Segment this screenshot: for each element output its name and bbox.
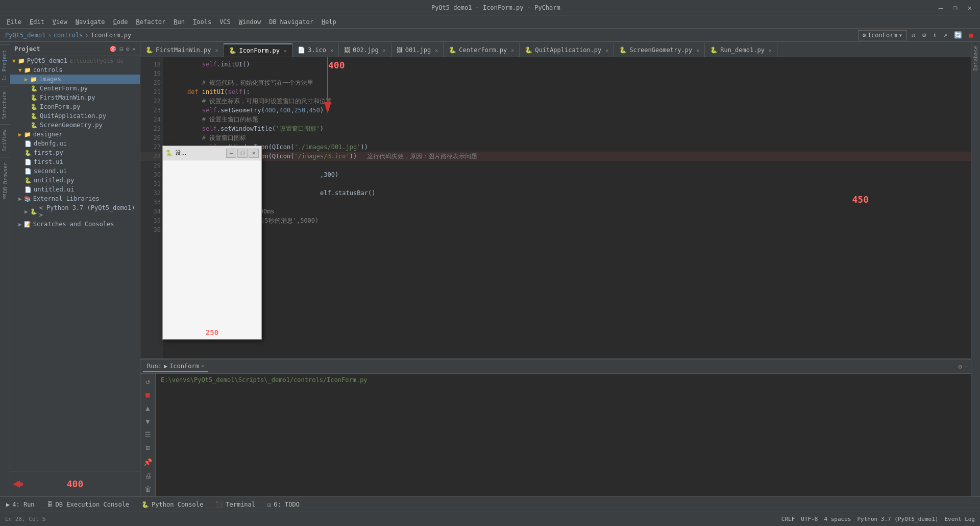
tab-3ico-close[interactable]: ✕ xyxy=(330,47,333,53)
menu-view[interactable]: View xyxy=(48,17,71,27)
sidebar-item-sciview[interactable]: SciView xyxy=(0,124,10,156)
tab-centerform[interactable]: 🐍 CenterForm.py ✕ xyxy=(444,43,520,57)
run-down-btn[interactable]: ▼ xyxy=(142,416,154,427)
menu-run[interactable]: Run xyxy=(169,17,189,27)
tree-secondui[interactable]: 📄 second.ui xyxy=(10,166,140,176)
tab-002jpg-close[interactable]: ✕ xyxy=(383,47,386,53)
right-tab-database[interactable]: Database xyxy=(972,42,979,75)
code-content[interactable]: self.initUI() # 规范代码，初始化直接写在一个方法里 def in… xyxy=(163,57,971,358)
tab-rundemo1[interactable]: 🐍 Run_demo1.py ✕ xyxy=(705,43,777,57)
toolbar-reload[interactable]: ↺ xyxy=(910,30,918,40)
tree-untitledui[interactable]: 📄 untitled.ui xyxy=(10,185,140,194)
toolbar-nav-back[interactable]: ⬆ xyxy=(931,30,939,40)
status-python[interactable]: Python 3.7 (PyQt5_demo1) xyxy=(857,516,938,522)
menu-file[interactable]: File xyxy=(3,17,26,27)
tree-firstui[interactable]: 📄 first.ui xyxy=(10,157,140,166)
run-list2-btn[interactable]: ⊞ xyxy=(142,442,154,453)
popup-maximize-btn[interactable]: □ xyxy=(237,149,248,158)
menu-navigate[interactable]: Navigate xyxy=(71,17,109,27)
tree-centerform[interactable]: 🐍 CenterForm.py xyxy=(10,84,140,93)
tree-controls[interactable]: ▼ 📁 controls xyxy=(10,65,140,75)
run-stop-btn[interactable]: ■ xyxy=(142,389,154,400)
project-collapse-icon[interactable]: ⊟ xyxy=(119,45,123,53)
project-localize-icon[interactable]: 🎯 xyxy=(109,45,117,53)
tab-002jpg[interactable]: 🖼 002.jpg ✕ xyxy=(339,43,391,57)
tab-firstmainwin[interactable]: 🐍 FirstMainWin.py ✕ xyxy=(140,43,224,57)
tree-firstpy[interactable]: 🐍 first.py xyxy=(10,148,140,157)
status-indent[interactable]: 4 spaces xyxy=(824,516,851,522)
status-crlf[interactable]: CRLF xyxy=(781,516,795,522)
tab-firstmainwin-close[interactable]: ✕ xyxy=(215,47,218,53)
bottom-tab-run[interactable]: ▶ 4: Run xyxy=(0,499,41,510)
menu-code[interactable]: Code xyxy=(109,17,132,27)
tab-001jpg[interactable]: 🖼 001.jpg ✕ xyxy=(391,43,444,57)
status-encoding[interactable]: UTF-8 xyxy=(801,516,818,522)
popup-close-btn[interactable]: ✕ xyxy=(249,149,259,158)
breadcrumb-controls[interactable]: controls xyxy=(54,32,83,39)
minimize-button[interactable]: — xyxy=(936,3,946,13)
maximize-button[interactable]: ❐ xyxy=(950,3,960,13)
popup-minimize-btn[interactable]: — xyxy=(226,149,236,158)
tree-debnfg[interactable]: 📄 debnfg.ui xyxy=(10,139,140,148)
tab-centerform-close[interactable]: ✕ xyxy=(511,47,514,53)
toolbar-stop[interactable]: ■ xyxy=(967,30,975,40)
tab-quitapp[interactable]: 🐍 QuitApplication.py ✕ xyxy=(520,43,614,57)
tab-quitapp-close[interactable]: ✕ xyxy=(605,47,608,53)
run-panel-close-icon[interactable]: — xyxy=(965,363,968,370)
tree-python37[interactable]: ▶ 🐍 < Python 3.7 (PyQt5_demo1) > xyxy=(10,203,140,220)
run-up-btn[interactable]: ▲ xyxy=(142,402,154,414)
menu-window[interactable]: Window xyxy=(235,17,265,27)
sidebar-item-structure[interactable]: Structure xyxy=(0,86,10,124)
bottom-tab-pythonconsole[interactable]: 🐍 Python Console xyxy=(135,499,209,510)
tab-3ico[interactable]: 📄 3.ico ✕ xyxy=(292,43,339,57)
project-settings-icon[interactable]: ⚙ xyxy=(126,45,130,53)
menu-dbnavigator[interactable]: DB Navigator xyxy=(265,17,317,27)
run-settings-icon[interactable]: ⚙ xyxy=(959,363,962,370)
tree-iconform[interactable]: 🐍 IconForm.py xyxy=(10,102,140,111)
run-list-btn[interactable]: ☰ xyxy=(142,429,154,440)
tree-screengeometry[interactable]: 🐍 ScreenGeometry.py xyxy=(10,121,140,130)
status-event-log[interactable]: Event Log xyxy=(944,516,975,522)
menu-tools[interactable]: Tools xyxy=(189,17,215,27)
window-controls[interactable]: — ❐ ✕ xyxy=(936,3,975,13)
tree-extlibs[interactable]: ▶ 📚 External Libraries xyxy=(10,194,140,203)
tab-screengeometry[interactable]: 🐍 ScreenGeometry.py ✕ xyxy=(614,43,705,57)
toolbar-add[interactable]: ⚙ xyxy=(920,30,928,40)
run-pin-btn[interactable]: 📌 xyxy=(142,457,154,468)
menu-refactor[interactable]: Refactor xyxy=(132,17,170,27)
run-print-btn[interactable]: 🖨 xyxy=(142,470,154,481)
menu-help[interactable]: Help xyxy=(317,17,340,27)
tree-designer[interactable]: ▶ 📁 designer xyxy=(10,130,140,139)
tab-iconform[interactable]: 🐍 IconForm.py ✕ xyxy=(224,43,292,57)
tab-rundemo1-close[interactable]: ✕ xyxy=(769,47,772,53)
tab-quitapp-icon: 🐍 xyxy=(525,46,532,54)
tab-001jpg-close[interactable]: ✕ xyxy=(435,47,438,53)
tree-scratches[interactable]: ▶ 📝 Scratches and Consoles xyxy=(10,220,140,229)
tree-quitapp[interactable]: 🐍 QuitApplication.py xyxy=(10,111,140,121)
sidebar-item-project[interactable]: 1: Project xyxy=(0,44,10,86)
tab-iconform-close[interactable]: ✕ xyxy=(284,48,287,54)
run-config-dropdown[interactable]: ⚙ IconForm ▾ xyxy=(858,30,907,40)
run-restart-btn[interactable]: ↺ xyxy=(142,376,154,387)
run-tab-close[interactable]: ✕ xyxy=(201,363,204,369)
tab-screengeometry-close[interactable]: ✕ xyxy=(696,47,699,53)
project-header-icons[interactable]: 🎯 ⊟ ⚙ ✕ xyxy=(109,45,136,53)
menu-vcs[interactable]: VCS xyxy=(215,17,235,27)
run-trash-btn[interactable]: 🗑 xyxy=(142,483,154,494)
toolbar-refresh[interactable]: 🔄 xyxy=(952,30,964,40)
sidebar-item-dbbrowser[interactable]: 🗄DB Browser xyxy=(0,157,10,204)
toolbar-nav-fwd[interactable]: ↗ xyxy=(941,30,949,40)
close-button[interactable]: ✕ xyxy=(965,3,975,13)
menu-edit[interactable]: Edit xyxy=(26,17,48,27)
breadcrumb-root[interactable]: PyQt5_demo1 xyxy=(5,32,45,39)
popup-controls[interactable]: — □ ✕ xyxy=(226,149,259,158)
tree-untitledpy[interactable]: 🐍 untitled.py xyxy=(10,176,140,185)
bottom-tab-dbexec[interactable]: 🗄 DB Execution Console xyxy=(41,499,136,510)
bottom-tab-terminal[interactable]: ⬛ Terminal xyxy=(209,499,261,510)
run-tab-iconform[interactable]: Run: ▶ IconForm ✕ xyxy=(143,361,208,372)
project-close-icon[interactable]: ✕ xyxy=(132,45,136,53)
tree-root[interactable]: ▼ 📁 PyQt5_demo1 E:\code\PyQt5_de xyxy=(10,56,140,65)
bottom-tab-todo[interactable]: ☑ 6: TODO xyxy=(261,499,306,510)
tree-firstmainwin[interactable]: 🐍 FirstMainWin.py xyxy=(10,93,140,102)
tree-images[interactable]: ▶ 📁 images xyxy=(10,75,140,84)
